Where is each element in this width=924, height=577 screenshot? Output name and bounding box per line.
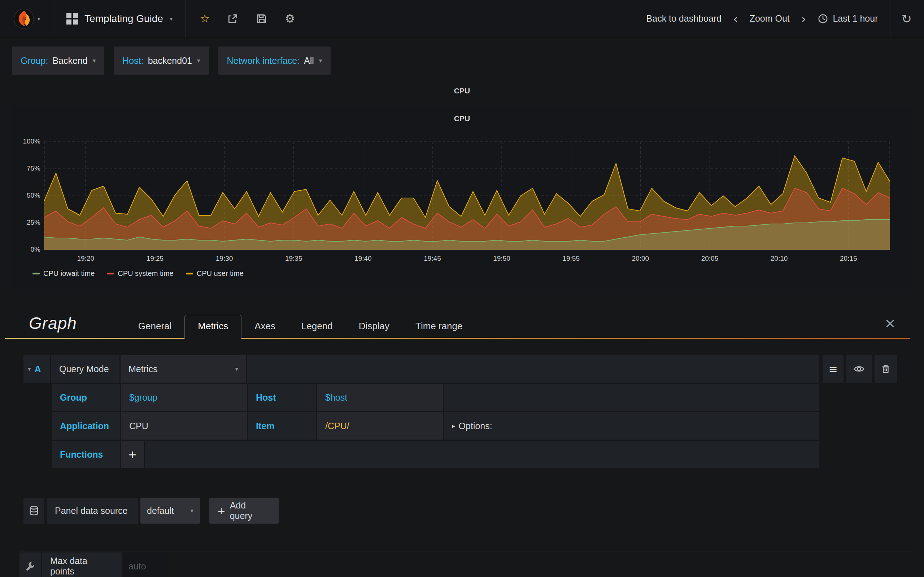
legend-swatch: [186, 272, 193, 274]
time-range-picker[interactable]: Last 1 hour: [817, 13, 878, 24]
editor-tabs: GeneralMetricsAxesLegendDisplayTime rang…: [125, 315, 476, 338]
datasource-row: Panel data source default ▾ + Add query: [23, 498, 919, 524]
editor-header: Graph GeneralMetricsAxesLegendDisplayTim…: [5, 308, 919, 338]
x-axis-tick: 19:25: [147, 253, 164, 264]
query-mode-select[interactable]: Metrics ▾: [121, 355, 246, 383]
x-axis-tick: 19:55: [562, 253, 580, 264]
query-toggle-visibility-button[interactable]: [846, 355, 872, 383]
variable-value: All: [304, 56, 314, 66]
x-axis-tick: 20:00: [632, 253, 649, 264]
x-axis-tick: 20:10: [771, 253, 788, 264]
variable-dropdown-group[interactable]: Group:Backend▾: [12, 47, 104, 75]
refresh-icon[interactable]: ↻: [901, 13, 912, 25]
title-caret-icon: ▾: [170, 15, 173, 23]
panel-editor: Graph GeneralMetricsAxesLegendDisplayTim…: [5, 308, 919, 577]
query-menu-button[interactable]: ≡: [822, 355, 843, 383]
tab-axes[interactable]: Axes: [241, 315, 288, 338]
database-icon: [29, 505, 39, 516]
datasource-value: default: [147, 506, 174, 516]
query-row-application-item: Application CPU Item /CPU/ ▸ Options:: [52, 412, 819, 440]
caret-down-icon: ▾: [197, 57, 200, 64]
wrench-icon: [25, 561, 36, 572]
settings-gear-icon[interactable]: ⚙: [285, 13, 295, 24]
navbar-right: Back to dashboard ‹ Zoom Out › Last 1 ho…: [646, 0, 924, 37]
add-function-button[interactable]: +: [121, 441, 144, 468]
close-editor-icon[interactable]: ×: [884, 315, 896, 331]
application-field-input[interactable]: CPU: [121, 412, 247, 440]
share-icon[interactable]: [227, 13, 239, 24]
tab-general[interactable]: General: [125, 315, 185, 338]
tab-time-range[interactable]: Time range: [402, 315, 476, 338]
x-axis-tick: 19:40: [354, 253, 372, 264]
collapse-caret-icon: ▾: [28, 365, 31, 372]
y-axis-tick: 25%: [12, 218, 40, 227]
tab-metrics[interactable]: Metrics: [184, 315, 241, 338]
query-delete-button[interactable]: [874, 355, 897, 383]
legend-item[interactable]: CPU system time: [107, 269, 173, 278]
grafana-flame-icon: [13, 8, 34, 29]
grafana-logo[interactable]: ▾: [0, 0, 54, 37]
dropdown-caret-icon: ▾: [190, 507, 194, 514]
query-row-spacer: [444, 384, 819, 411]
panel-header-title[interactable]: CPU: [0, 85, 924, 97]
cpu-graph[interactable]: [44, 141, 890, 250]
time-shift-left-icon[interactable]: ‹: [733, 13, 738, 25]
application-field-label: Application: [52, 412, 120, 440]
query-mode-value: Metrics: [129, 364, 158, 374]
item-field-label: Item: [248, 412, 316, 440]
max-data-points-label: Max data points: [42, 553, 122, 577]
query-mode-label: Query Mode: [51, 355, 120, 383]
back-to-dashboard-button[interactable]: Back to dashboard: [646, 13, 722, 24]
time-shift-right-icon[interactable]: ›: [801, 13, 806, 25]
options-icon-cell: [19, 553, 41, 577]
legend-label: CPU user time: [197, 269, 244, 278]
caret-down-icon: ▾: [319, 57, 322, 64]
y-axis-tick: 75%: [12, 164, 40, 173]
add-query-button[interactable]: + Add query: [209, 498, 279, 524]
host-field-input[interactable]: $host: [317, 384, 443, 411]
legend-swatch: [32, 272, 40, 274]
legend-item[interactable]: CPU iowait time: [32, 269, 95, 278]
variable-dropdown-host[interactable]: Host:backend01▾: [114, 47, 208, 75]
save-icon[interactable]: [256, 13, 267, 24]
query-row-main: ▾ A Query Mode Metrics ▾ ≡: [23, 355, 897, 383]
group-field-value: $group: [129, 392, 157, 403]
datasource-label: Panel data source: [47, 498, 138, 524]
variable-label: Host:: [122, 56, 143, 66]
max-data-points-row: Max data points: [19, 553, 911, 577]
item-field-input[interactable]: /CPU/: [317, 412, 443, 440]
query-row-spacer: [145, 441, 819, 468]
legend-item[interactable]: CPU user time: [186, 269, 244, 278]
tab-legend[interactable]: Legend: [288, 315, 346, 338]
time-range-label: Last 1 hour: [833, 13, 878, 24]
caret-down-icon: ▾: [93, 57, 96, 64]
host-field-value: $host: [325, 392, 347, 403]
star-icon[interactable]: ☆: [200, 13, 210, 24]
legend-label: CPU system time: [118, 269, 173, 278]
tab-display[interactable]: Display: [346, 315, 402, 338]
variable-dropdown-network-interface[interactable]: Network interface:All▾: [218, 47, 331, 75]
query-collapse-toggle[interactable]: ▾ A: [23, 355, 50, 383]
logo-caret-icon: ▾: [37, 15, 40, 23]
host-field-label: Host: [248, 384, 316, 411]
plus-icon: +: [217, 505, 226, 516]
x-axis-tick: 19:50: [493, 253, 510, 264]
variable-value: backend01: [148, 56, 192, 66]
x-axis-tick: 20:05: [701, 253, 719, 264]
functions-label: Functions: [52, 441, 120, 468]
x-axis-tick: 19:35: [285, 253, 302, 264]
dashboard-title: Templating Guide: [84, 13, 163, 24]
zoom-out-button[interactable]: Zoom Out: [750, 13, 790, 24]
dashboard-title-dropdown[interactable]: Templating Guide ▾: [54, 0, 185, 37]
top-navbar: ▾ Templating Guide ▾ ☆ ⚙ Back to dashboa…: [0, 0, 924, 37]
group-field-input[interactable]: $group: [121, 384, 247, 411]
tab-gradient-line: [5, 338, 910, 338]
x-axis-tick: 19:20: [77, 253, 94, 264]
navbar-actions: ☆ ⚙: [185, 13, 299, 24]
query-row-spacer: [247, 355, 819, 383]
max-data-points-input[interactable]: [123, 553, 168, 577]
clock-icon: [817, 13, 828, 24]
options-toggle[interactable]: ▸ Options:: [444, 412, 819, 440]
datasource-select[interactable]: default ▾: [141, 498, 200, 524]
template-variables-row: Group:Backend▾Host:backend01▾Network int…: [0, 37, 924, 75]
